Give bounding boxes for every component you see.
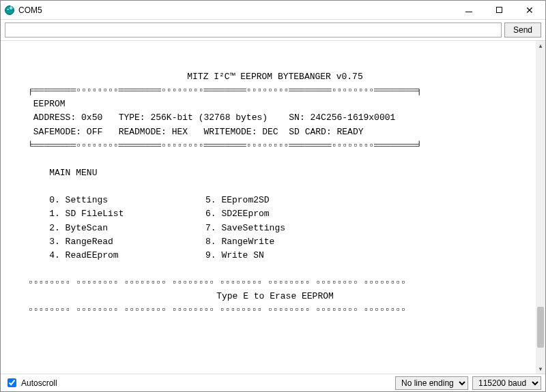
titlebar: COM5 ✕ — [1, 1, 545, 20]
terminal-output: MITZ I²C™ EEPROM BYTEBANGER v0.75╒══════… — [1, 50, 536, 365]
divider-top: ╒════════▫▫▫▫▫▫▫▫════════▫▫▫▫▫▫▫▫═══════… — [28, 85, 422, 95]
window-buttons: ✕ — [454, 1, 545, 19]
send-button[interactable]: Send — [504, 22, 541, 37]
toolbar: Send — [1, 20, 545, 40]
eeprom-label: EEPROM — [33, 99, 66, 109]
menu-item-4: 4. ReadEEprom — [49, 250, 118, 260]
divider-mid: ╘════════▫▫▫▫▫▫▫▫════════▫▫▫▫▫▫▫▫═══════… — [28, 140, 422, 151]
menu-columns: 0. Settings 1. SD FileList 2. ByteScan 3… — [28, 194, 522, 262]
autoscroll-checkbox[interactable] — [8, 378, 16, 387]
erase-hint: Type E to Erase EEPROM — [28, 290, 522, 303]
eeprom-info-2: SAFEMODE: OFF READMODE: HEX WRITEMODE: D… — [33, 127, 364, 137]
serial-monitor-window: COM5 ✕ Send MITZ I²C™ EEPROM BYTEBANGER … — [0, 0, 546, 392]
arduino-icon — [5, 5, 14, 15]
terminal-area: MITZ I²C™ EEPROM BYTEBANGER v0.75╒══════… — [1, 40, 545, 374]
statusbar: Autoscroll No line ending 115200 baud — [1, 374, 545, 391]
main-menu-heading: MAIN MENU — [49, 168, 97, 178]
menu-item-3: 3. RangeRead — [49, 237, 113, 247]
baud-select[interactable]: 115200 baud — [472, 376, 541, 390]
menu-col-right: 5. EEprom2SD 6. SD2EEprom 7. SaveSetting… — [205, 194, 383, 262]
menu-item-2: 2. ByteScan — [49, 223, 108, 233]
eeprom-info-1: ADDRESS: 0x50 TYPE: 256K-bit (32768 byte… — [33, 112, 396, 123]
close-button[interactable]: ✕ — [514, 1, 545, 19]
scroll-thumb[interactable] — [537, 307, 544, 348]
divider-long-2: ▫▫▫▫▫▫▫▫ ▫▫▫▫▫▫▫▫ ▫▫▫▫▫▫▫▫ ▫▫▫▫▫▫▫▫ ▫▫▫▫… — [28, 305, 406, 315]
menu-item-1: 1. SD FileList — [49, 209, 124, 219]
window-title: COM5 — [18, 5, 454, 15]
autoscroll-label: Autoscroll — [21, 378, 57, 388]
divider-long-1: ▫▫▫▫▫▫▫▫ ▫▫▫▫▫▫▫▫ ▫▫▫▫▫▫▫▫ ▫▫▫▫▫▫▫▫ ▫▫▫▫… — [28, 277, 406, 288]
scroll-down-icon[interactable]: ▼ — [536, 364, 545, 374]
menu-item-7: 7. SaveSettings — [205, 223, 285, 233]
menu-item-6: 6. SD2EEprom — [205, 209, 270, 219]
menu-item-8: 8. RangeWrite — [205, 237, 274, 247]
scrollbar[interactable]: ▲ ▼ — [536, 41, 545, 374]
menu-item-0: 0. Settings — [49, 195, 108, 205]
menu-item-5: 5. EEprom2SD — [205, 195, 270, 205]
line-ending-select[interactable]: No line ending — [395, 376, 468, 390]
serial-input[interactable] — [5, 22, 502, 37]
minimize-button[interactable] — [454, 1, 484, 19]
scroll-up-icon[interactable]: ▲ — [536, 41, 545, 50]
menu-item-9: 9. Write SN — [205, 250, 264, 260]
maximize-button[interactable] — [484, 1, 514, 19]
autoscroll-toggle[interactable]: Autoscroll — [5, 376, 391, 389]
app-title: MITZ I²C™ EEPROM BYTEBANGER v0.75 — [28, 70, 522, 84]
menu-col-left: 0. Settings 1. SD FileList 2. ByteScan 3… — [28, 194, 205, 262]
